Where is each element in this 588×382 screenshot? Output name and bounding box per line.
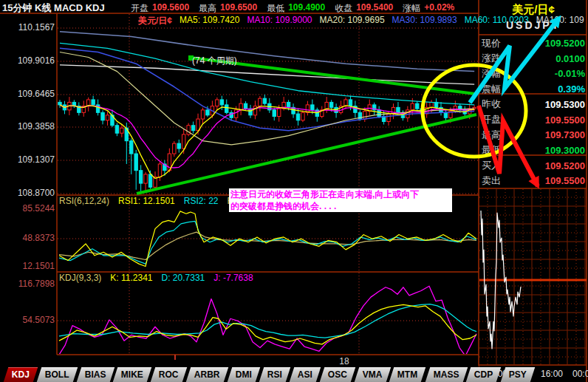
tab-label: MTM	[397, 368, 417, 382]
tab-label: ROC	[159, 368, 179, 382]
trading-app-window: 15分钟 K线 MACD KDJ 开盘109.5600最高109.6500最低1…	[0, 0, 588, 382]
tab-cdp[interactable]: CDP	[466, 367, 502, 382]
analyst-note-line2: 的突破都是挣钱的机会. . . .	[230, 200, 451, 212]
tab-rsi[interactable]: RSI	[259, 367, 290, 382]
indicator-tab-bar: KDJBOLLBIASMIKEROCARBRDMIRSIASIOSCVMAMTM…	[0, 366, 479, 382]
tab-label: BOLL	[45, 368, 69, 382]
tab-label: PSY	[509, 368, 527, 382]
tab-label: RSI	[267, 368, 282, 382]
tab-mike[interactable]: MIKE	[113, 367, 151, 382]
tab-asi[interactable]: ASI	[289, 367, 321, 382]
tab-label: ASI	[298, 368, 312, 382]
time-axis-label: 00:00	[567, 369, 588, 379]
up-breakout-arrow	[470, 18, 559, 103]
tab-bias[interactable]: BIAS	[76, 367, 114, 382]
tab-label: OSC	[328, 368, 347, 382]
tab-label: MASS	[434, 368, 459, 382]
tab-mtm[interactable]: MTM	[389, 367, 426, 382]
tab-label: KDJ	[12, 368, 30, 382]
tab-label: CDP	[474, 368, 493, 382]
analyst-note-box: 注意日元的收敛三角形正在走向末端,向上或向下 的突破都是挣钱的机会. . . .	[229, 188, 452, 212]
tab-psy[interactable]: PSY	[501, 367, 536, 382]
tab-dmi[interactable]: DMI	[227, 367, 259, 382]
time-axis-label: 16:00	[536, 369, 568, 379]
tab-roc[interactable]: ROC	[151, 367, 187, 382]
tab-vma[interactable]: VMA	[355, 367, 391, 382]
tab-label: VMA	[363, 368, 383, 382]
tab-kdj[interactable]: KDJ	[4, 367, 38, 382]
tab-label: DMI	[236, 368, 252, 382]
tab-label: MIKE	[121, 368, 143, 382]
tab-osc[interactable]: OSC	[319, 367, 355, 382]
tab-label: BIAS	[85, 368, 106, 382]
tab-label: ARBR	[194, 368, 220, 382]
tab-mass[interactable]: MASS	[425, 367, 468, 382]
analyst-note-line1: 注意日元的收敛三角形正在走向末端,向上或向下	[230, 188, 451, 200]
tab-boll[interactable]: BOLL	[37, 367, 78, 382]
tab-arbr[interactable]: ARBR	[186, 367, 228, 382]
